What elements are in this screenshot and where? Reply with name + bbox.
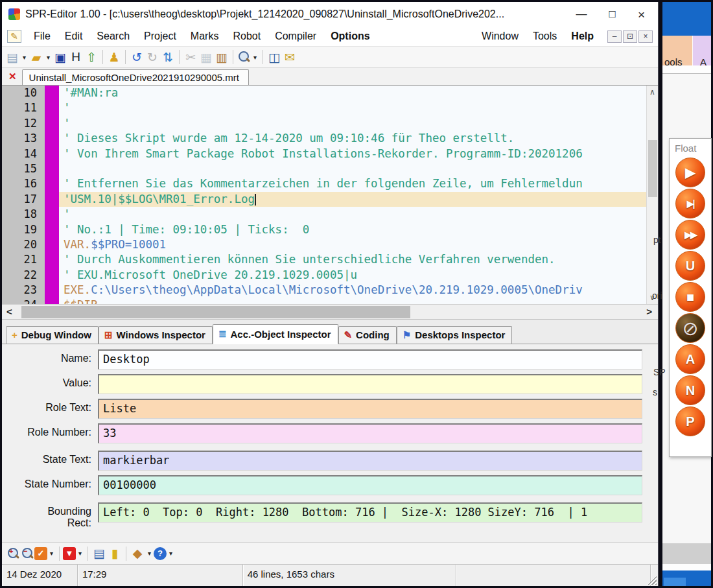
compile-lamp-icon[interactable]: ♟	[106, 49, 122, 65]
copy-icon[interactable]: ▦	[198, 49, 214, 65]
vertical-scroll-thumb[interactable]	[648, 140, 657, 197]
code-line[interactable]: EXE.C:\Users\theog\AppData\Local\Microso…	[64, 283, 646, 298]
mdi-restore-button[interactable]: ⊡	[623, 30, 637, 43]
new-file-icon[interactable]: ▤	[5, 49, 20, 65]
horizontal-scrollbar[interactable]: < >	[2, 304, 658, 320]
code-line[interactable]: '	[64, 116, 646, 131]
notebook-icon[interactable]: ▤	[91, 546, 107, 561]
code-area[interactable]: '#MAN:ra''' Dieses Skript wurde am 12-14…	[59, 86, 646, 304]
new-file-dropdown-icon[interactable]: ▾	[20, 49, 29, 65]
float-p-action-button[interactable]: P	[675, 406, 705, 436]
scroll-right-icon[interactable]: >	[646, 306, 652, 317]
tab-label: Acc.-Object Inspector	[230, 329, 331, 340]
field-bounding-rect[interactable]: Left: 0 Top: 0 Right: 1280 Bottom: 716 |…	[98, 502, 642, 523]
float-fast-forward-button[interactable]: ▶▶	[675, 220, 705, 250]
float-stop-button[interactable]: ■	[675, 282, 705, 312]
zoom-in-icon[interactable]: +	[6, 547, 20, 561]
code-line[interactable]: ' Entfernen Sie das Kommentarzeichen in …	[64, 176, 646, 191]
float-a-action-button[interactable]: A	[675, 344, 705, 374]
line-number: 21	[2, 252, 37, 267]
code-editor[interactable]: 101112131415161718192021222324 '#MAN:ra'…	[2, 86, 658, 304]
menu-file[interactable]: File	[27, 29, 58, 43]
record-dropdown-icon[interactable]: ▾	[76, 546, 84, 561]
float-n-action-button[interactable]: N	[675, 375, 705, 405]
menu-robot[interactable]: Robot	[226, 29, 268, 43]
minimize-button[interactable]: —	[576, 8, 587, 21]
code-line[interactable]: 'USM.10|$$LOG\MR01_Error.Log	[59, 192, 646, 207]
redo-icon[interactable]: ↻	[145, 49, 160, 65]
field-role-number[interactable]: 33	[98, 423, 642, 443]
field-role-text[interactable]: Liste	[98, 399, 642, 419]
code-line[interactable]: ' Durch Auskommentieren können Sie unter…	[64, 252, 646, 267]
code-line[interactable]: ' Von Ihrem Smart Package Robot Installa…	[64, 147, 646, 161]
fit-frame-icon[interactable]: H	[68, 49, 84, 65]
float-play-button[interactable]: ▶	[675, 158, 705, 187]
code-line[interactable]	[64, 161, 646, 176]
project-explorer-icon[interactable]: ◫	[266, 49, 282, 65]
tab-coding[interactable]: ✎Coding	[338, 326, 397, 344]
close-document-icon[interactable]: ✕	[8, 71, 17, 82]
menu-help[interactable]: Help	[564, 29, 601, 43]
mdi-close-button[interactable]: ×	[638, 30, 653, 43]
field-state-number[interactable]: 00100000	[98, 475, 642, 495]
code-line[interactable]: ' EXU.Microsoft OneDrive 20.219.1029.000…	[64, 268, 646, 283]
vertical-scrollbar[interactable]: ∧ ∨	[646, 86, 658, 304]
open-file-icon[interactable]: ▰	[29, 49, 44, 65]
scroll-up-icon[interactable]: ∧	[647, 88, 658, 97]
syntax-check-icon[interactable]: ✓	[34, 547, 47, 560]
code-line[interactable]: $$DIR.	[64, 298, 646, 304]
code-line[interactable]: VAR.$$PRO=10001	[64, 237, 646, 252]
save-icon[interactable]: ▣	[53, 49, 68, 65]
code-line[interactable]: ' No.:1 | Time: 09:10:05 | Ticks: 0	[64, 222, 646, 237]
battery-icon[interactable]: ▮	[107, 546, 123, 561]
menu-marks[interactable]: Marks	[183, 29, 226, 43]
scroll-left-icon[interactable]: <	[6, 306, 12, 317]
package-dropdown-icon[interactable]: ▾	[145, 546, 154, 561]
menu-edit[interactable]: Edit	[58, 29, 90, 43]
export-page-icon[interactable]: ⇧	[84, 49, 99, 65]
open-file-dropdown-icon[interactable]: ▾	[44, 49, 53, 65]
mail-icon[interactable]: ✉	[282, 49, 298, 65]
syntax-check-dropdown-icon[interactable]: ▾	[47, 546, 56, 561]
search-magnifier-icon[interactable]	[237, 50, 251, 64]
field-value[interactable]	[98, 374, 642, 394]
tab-label: Windows Inspector	[117, 329, 205, 340]
field-state-text[interactable]: markierbar	[98, 451, 642, 471]
tab-desktops-inspector[interactable]: ⚑Desktops Inspector	[397, 326, 513, 344]
paste-icon[interactable]: ▥	[214, 49, 229, 65]
document-tab[interactable]: Uninstall_MicrosoftOneDrive2021910290005…	[22, 69, 249, 85]
record-icon[interactable]: ▼	[63, 547, 76, 560]
menu-compiler[interactable]: Compiler	[268, 29, 323, 43]
menu-search[interactable]: Search	[89, 29, 137, 43]
menu-project[interactable]: Project	[137, 29, 183, 43]
refresh-icon[interactable]: ⇅	[160, 49, 176, 65]
code-line[interactable]: '	[64, 207, 646, 222]
screen: ools A ptoriSPs Float ▶▶|▶▶U■⊘ANP SPR-Ed…	[0, 0, 713, 588]
package-icon[interactable]: ◆	[130, 546, 145, 561]
field-label-bounding-rect: Bounding Rect:	[2, 502, 98, 529]
cut-icon[interactable]: ✂	[183, 49, 198, 65]
code-line[interactable]: '#MAN:ra	[64, 86, 646, 100]
menu-window[interactable]: Window	[474, 29, 526, 43]
mdi-minimize-button[interactable]: –	[607, 30, 622, 43]
tab-debug-window[interactable]: +Debug Window	[6, 326, 99, 344]
code-line[interactable]: ' Dieses Skript wurde am 12-14-2020 um 0…	[64, 131, 646, 146]
float-step-next-button[interactable]: ▶|	[675, 189, 705, 218]
zoom-out-icon[interactable]: −	[20, 547, 34, 561]
float-u-action-button[interactable]: U	[675, 251, 705, 281]
tab-windows-inspector[interactable]: ⊞Windows Inspector	[99, 326, 213, 344]
menu-tools[interactable]: Tools	[526, 29, 564, 43]
undo-icon[interactable]: ↺	[129, 49, 145, 65]
field-name[interactable]: Desktop	[98, 349, 642, 370]
close-button[interactable]: ×	[638, 8, 645, 21]
horizontal-scroll-thumb[interactable]	[21, 306, 410, 318]
maximize-button[interactable]: □	[609, 8, 616, 21]
code-line[interactable]: '	[64, 100, 646, 115]
help-icon[interactable]: ?	[154, 547, 167, 560]
help-dropdown-icon[interactable]: ▾	[167, 546, 175, 561]
menu-options[interactable]: Options	[323, 29, 377, 43]
tab-acc-object-inspector[interactable]: ≣Acc.-Object Inspector	[213, 324, 338, 344]
float-block-button[interactable]: ⊘	[675, 313, 705, 343]
search-dropdown-icon[interactable]: ▾	[251, 49, 259, 65]
edit-pencil-icon[interactable]: ✎	[7, 30, 21, 43]
